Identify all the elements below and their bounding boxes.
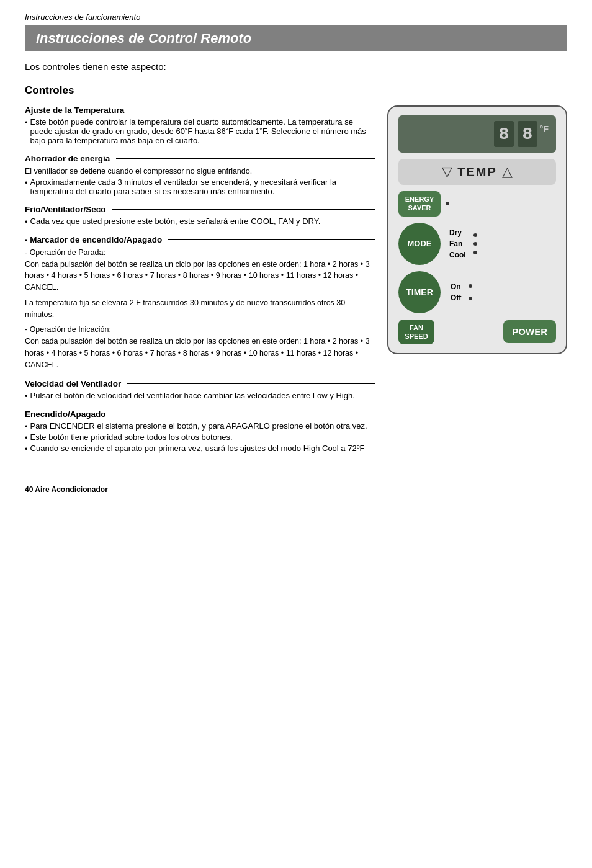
footer-left: 40 Aire Acondicionador — [25, 485, 108, 494]
display-area: 8 8 °F — [398, 115, 556, 153]
off-dot — [469, 297, 472, 300]
heading-mode-label: Frío/Ventilador/Seco — [25, 205, 106, 214]
temp-bullet-1: • Este botón puede controlar la temperat… — [25, 117, 375, 145]
heading-temp: Ajuste de la Temperatura — [25, 105, 375, 115]
heading-power: Enecndido/Apagado — [25, 409, 375, 419]
bullet-dot: • — [25, 118, 28, 127]
timer-row: TIMER On Off — [398, 271, 556, 313]
dry-dot — [473, 233, 477, 237]
heading-energy-label: Ahorrador de energía — [25, 154, 110, 163]
heading-power-label: Enecndido/Apagado — [25, 409, 106, 419]
bullet-dot: • — [25, 217, 28, 226]
fan-bullet-1: • Pulsar el botón de velocidad del venti… — [25, 391, 375, 401]
heading-temp-label: Ajuste de la Temperatura — [25, 105, 124, 115]
temp-down-arrow[interactable]: ▽ — [442, 164, 452, 180]
divider-energy — [116, 158, 375, 159]
bullet-dot: • — [25, 433, 28, 442]
power-bullet-3: • Cuando se enciende el aparato por prim… — [25, 444, 375, 454]
energy-intro: El ventilador se detiene cuando el compr… — [25, 166, 375, 177]
fan-power-row: FAN SPEED POWER — [398, 320, 556, 345]
remote-panel: 8 8 °F ▽ TEMP △ ENERGY SAVER MODE Dry — [387, 105, 567, 354]
heading-fan: Velocidad del Ventilador — [25, 379, 375, 388]
temp-text-1: Este botón puede controlar la temperatur… — [30, 117, 375, 145]
fan-text-1: Pulsar el botón de velocidad del ventila… — [30, 391, 355, 400]
section-temp: Ajuste de la Temperatura • Este botón pu… — [25, 105, 375, 145]
divider-timer — [168, 239, 375, 240]
bullet-dot: • — [25, 422, 28, 431]
section-energy: Ahorrador de energía El ventilador se de… — [25, 154, 375, 196]
section-mode: Frío/Ventilador/Seco • Cada vez que uste… — [25, 205, 375, 226]
on-label: On — [451, 282, 461, 291]
digit-2: 8 — [518, 121, 537, 147]
heading-timer-label: - Marcador de encendido/Apagado — [25, 235, 162, 244]
heading-fan-label: Velocidad del Ventilador — [25, 379, 121, 388]
section-power: Enecndido/Apagado • Para ENCENDER el sis… — [25, 409, 375, 454]
header-bar: Instrucciones de Control Remoto — [25, 25, 567, 51]
energy-saver-row: ENERGY SAVER — [398, 191, 556, 217]
mode-row: MODE Dry Fan Cool — [398, 223, 556, 265]
bullet-dot: • — [25, 178, 28, 187]
fan-speed-button[interactable]: FAN SPEED — [398, 320, 434, 345]
mode-bullet-1: • Cada vez que usted presione este botón… — [25, 217, 375, 226]
heading-energy: Ahorrador de energía — [25, 154, 375, 163]
mode-dots — [473, 233, 477, 254]
timer-side-labels: On Off — [451, 282, 461, 302]
subtitle-text: Los controles tienen este aspecto: — [25, 61, 567, 72]
heading-timer: - Marcador de encendido/Apagado — [25, 235, 375, 244]
power-text-3: Cuando se enciende el aparato por primer… — [30, 444, 365, 453]
timer-sub-label-3: - Operación de Inicación: — [25, 324, 375, 336]
divider-power — [112, 414, 375, 414]
on-dot — [469, 284, 472, 288]
digit-display: 8 8 — [494, 121, 537, 147]
cool-row: Cool — [449, 251, 466, 259]
bullet-dot: • — [25, 391, 28, 401]
timer-sub-text-1: Con cada pulsación del botón se realiza … — [25, 259, 375, 293]
left-column: Ajuste de la Temperatura • Este botón pu… — [25, 105, 375, 462]
energy-text-1: Aproximadamente cada 3 minutos el ventil… — [30, 177, 375, 196]
timer-button[interactable]: TIMER — [398, 271, 441, 313]
footer: 40 Aire Acondicionador — [25, 481, 567, 494]
fan-dot — [473, 242, 477, 246]
energy-dot — [446, 202, 449, 205]
timer-sub-text-3: Con cada pulsación del botón se realiza … — [25, 336, 375, 370]
right-column: 8 8 °F ▽ TEMP △ ENERGY SAVER MODE Dry — [387, 105, 567, 354]
power-button[interactable]: POWER — [503, 320, 556, 343]
energy-bullet-1: • Aproximadamente cada 3 minutos el vent… — [25, 177, 375, 196]
mode-text-1: Cada vez que usted presione este botón, … — [30, 217, 321, 226]
section-fan: Velocidad del Ventilador • Pulsar el bot… — [25, 379, 375, 401]
cool-dot — [473, 251, 477, 254]
timer-dots — [469, 284, 472, 300]
divider-temp — [130, 110, 375, 110]
section-title: Controles — [25, 84, 567, 97]
fan-cool-label: Fan — [449, 239, 466, 248]
top-italic-text: Instrucciones de funcionamiento — [25, 12, 567, 22]
mode-button[interactable]: MODE — [398, 223, 441, 265]
off-label: Off — [451, 293, 461, 302]
mode-side-labels: Dry Fan Cool — [449, 228, 466, 259]
timer-sub-text-2: La temperatura fija se elevará 2 F trans… — [25, 297, 375, 321]
section-timer: - Marcador de encendido/Apagado - Operac… — [25, 235, 375, 371]
power-text-2: Este botón tiene prioridad sobre todos l… — [30, 432, 233, 442]
power-text-1: Para ENCENDER el sistema presione el bot… — [30, 421, 367, 431]
power-bullet-1: • Para ENCENDER el sistema presione el b… — [25, 421, 375, 431]
temp-label: TEMP — [457, 165, 497, 179]
main-layout: Ajuste de la Temperatura • Este botón pu… — [25, 105, 567, 462]
temp-up-arrow[interactable]: △ — [502, 164, 513, 180]
cool-label: Cool — [449, 251, 466, 259]
divider-fan — [127, 383, 375, 384]
divider-mode — [112, 209, 375, 210]
bullet-dot: • — [25, 444, 28, 454]
main-title: Instrucciones de Control Remoto — [36, 30, 556, 47]
energy-saver-button[interactable]: ENERGY SAVER — [398, 191, 441, 217]
dry-label: Dry — [449, 228, 466, 237]
heading-mode: Frío/Ventilador/Seco — [25, 205, 375, 214]
timer-sub-label-1: - Operación de Parada: — [25, 247, 375, 259]
degree-symbol: °F — [540, 124, 549, 134]
power-bullet-2: • Este botón tiene prioridad sobre todos… — [25, 432, 375, 442]
temp-row: ▽ TEMP △ — [398, 159, 556, 185]
digit-1: 8 — [494, 121, 514, 147]
